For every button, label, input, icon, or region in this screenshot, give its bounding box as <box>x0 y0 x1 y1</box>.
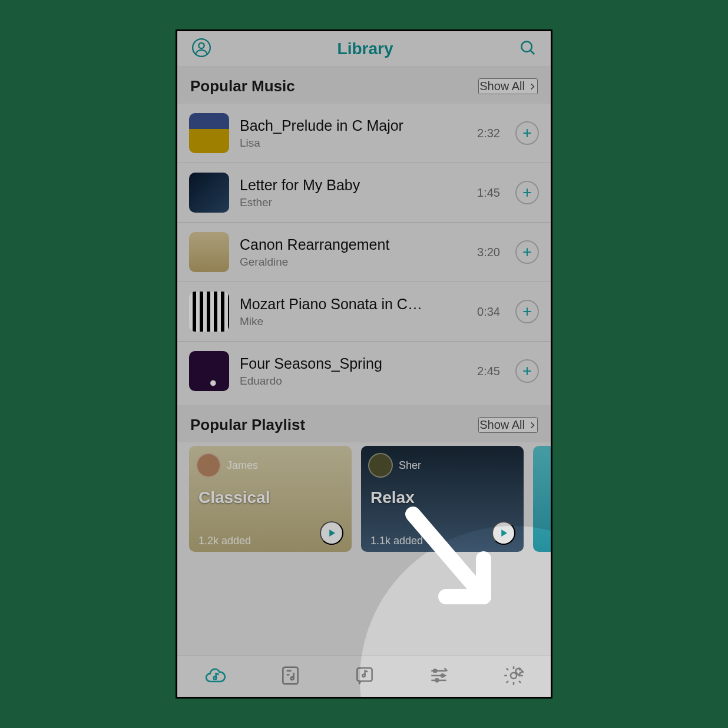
track-artist: Esther <box>240 196 466 209</box>
track-thumb <box>189 232 229 272</box>
track-thumb <box>189 113 229 153</box>
track-thumb <box>189 173 229 213</box>
tab-cloud-music[interactable] <box>203 664 227 689</box>
svg-point-11 <box>511 673 517 679</box>
track-artist: Geraldine <box>240 256 466 269</box>
track-title: Mozart Piano Sonata in C… <box>240 296 466 313</box>
show-all-music-button[interactable]: Show All <box>478 78 538 94</box>
track-artist: Lisa <box>240 137 466 150</box>
app-screen: Library Popular Music Show All Bach_Prel… <box>176 29 552 699</box>
plus-icon <box>521 365 533 377</box>
play-playlist-button[interactable] <box>320 521 343 545</box>
tab-playlist[interactable] <box>279 664 302 689</box>
track-row[interactable]: Letter for My Baby Esther 1:45 <box>177 163 551 223</box>
playlist-meta: 1.1k added <box>370 535 423 547</box>
svg-point-2 <box>521 41 532 52</box>
play-playlist-button[interactable] <box>492 521 515 545</box>
track-row[interactable]: Bach_Prelude in C Major Lisa 2:32 <box>177 104 551 163</box>
track-title: Four Seasons_Spring <box>240 355 466 372</box>
playlist-owner: Sher <box>399 459 421 472</box>
tab-bar <box>177 656 551 697</box>
avatar <box>368 453 393 478</box>
playlist-card[interactable]: Sher Relax 1.1k added <box>361 446 524 552</box>
gear-icon <box>502 664 525 687</box>
track-title: Letter for My Baby <box>240 177 466 194</box>
track-duration: 3:20 <box>477 246 500 259</box>
section-title: Popular Playlist <box>190 416 305 434</box>
plus-icon <box>521 306 533 317</box>
add-track-button[interactable] <box>515 359 539 383</box>
chevron-right-icon <box>528 81 537 92</box>
add-track-button[interactable] <box>515 240 539 264</box>
plus-icon <box>521 246 533 258</box>
equalizer-icon <box>428 664 450 687</box>
add-track-button[interactable] <box>515 121 539 145</box>
track-duration: 1:45 <box>477 186 500 200</box>
tab-equalizer[interactable] <box>428 664 450 689</box>
section-header-popular-playlist: Popular Playlist Show All <box>177 405 551 442</box>
add-track-button[interactable] <box>515 181 539 204</box>
play-icon <box>498 528 509 538</box>
track-duration: 0:34 <box>477 305 500 319</box>
section-title: Popular Music <box>190 77 295 95</box>
tab-settings[interactable] <box>502 664 525 689</box>
track-title: Bach_Prelude in C Major <box>240 117 466 134</box>
add-track-button[interactable] <box>515 300 539 323</box>
profile-icon[interactable] <box>188 34 215 63</box>
cloud-music-icon <box>203 664 227 687</box>
search-icon[interactable] <box>515 35 540 62</box>
track-duration: 2:32 <box>477 127 500 140</box>
section-header-popular-music: Popular Music Show All <box>177 67 551 104</box>
show-all-label: Show All <box>479 418 525 432</box>
playlist-icon <box>279 664 302 687</box>
playlist-owner: James <box>227 459 258 472</box>
track-list: Bach_Prelude in C Major Lisa 2:32 Letter… <box>177 104 551 401</box>
show-all-label: Show All <box>479 80 525 93</box>
playlist-card[interactable]: James Classical 1.2k added <box>189 446 352 552</box>
plus-icon <box>521 127 533 139</box>
track-row[interactable]: Canon Rearrangement Geraldine 3:20 <box>177 223 551 282</box>
track-title: Canon Rearrangement <box>240 236 466 253</box>
track-artist: Eduardo <box>240 375 466 388</box>
svg-point-1 <box>198 43 204 48</box>
track-artist: Mike <box>240 315 466 328</box>
playlist-name: Classical <box>198 488 270 507</box>
playlist-name: Relax <box>370 488 415 507</box>
track-thumb <box>189 292 229 332</box>
page-title: Library <box>337 39 393 58</box>
track-row[interactable]: Four Seasons_Spring Eduardo 2:45 <box>177 342 551 401</box>
svg-rect-4 <box>283 667 297 684</box>
track-row[interactable]: Mozart Piano Sonata in C… Mike 0:34 <box>177 282 551 342</box>
plus-icon <box>521 187 533 198</box>
playlist-card[interactable] <box>533 446 551 552</box>
avatar <box>196 453 221 478</box>
tab-note-post[interactable] <box>353 664 376 689</box>
chevron-right-icon <box>528 419 537 431</box>
svg-point-3 <box>214 677 217 680</box>
playlist-carousel[interactable]: James Classical 1.2k added Sher Relax 1.… <box>177 442 551 552</box>
track-thumb <box>189 351 229 391</box>
track-duration: 2:45 <box>477 365 500 378</box>
play-icon <box>326 528 337 538</box>
top-bar: Library <box>177 31 551 67</box>
playlist-meta: 1.2k added <box>198 535 251 547</box>
show-all-playlists-button[interactable]: Show All <box>478 417 538 433</box>
note-post-icon <box>353 664 376 687</box>
